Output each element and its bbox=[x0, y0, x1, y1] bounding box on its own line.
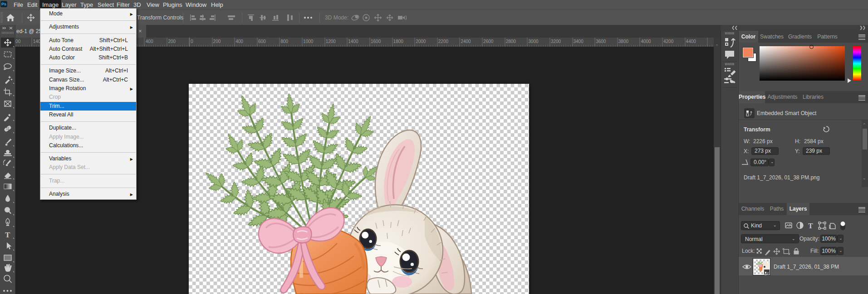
svg-text:T: T bbox=[808, 222, 813, 230]
svg-text:T: T bbox=[5, 231, 10, 239]
